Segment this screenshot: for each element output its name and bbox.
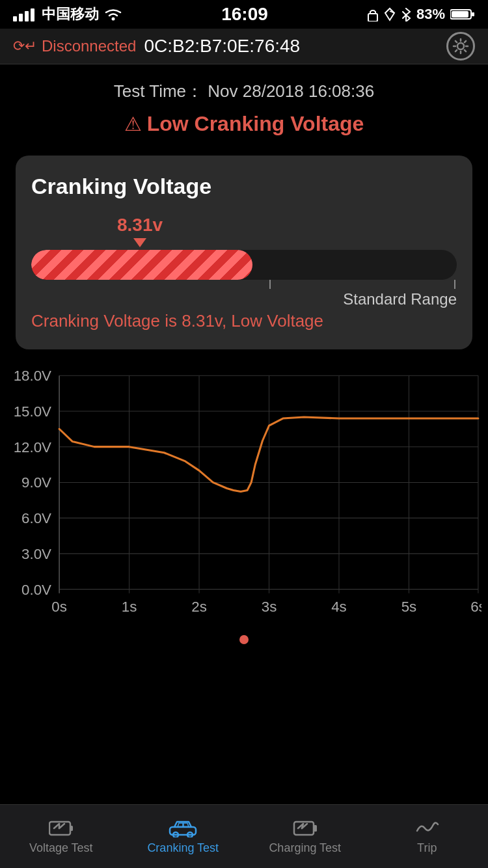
svg-rect-10 xyxy=(7,369,481,619)
cranking-card: Cranking Voltage 8.31v Standard Range Cr… xyxy=(16,156,472,349)
svg-text:9.0V: 9.0V xyxy=(21,474,51,491)
page-indicator xyxy=(0,635,488,644)
alert-row: ⚠ Low Cranking Voltage xyxy=(13,112,475,136)
svg-rect-48 xyxy=(314,825,317,832)
disconnect-icon: ⟳↵ xyxy=(13,38,36,55)
svg-text:6.0V: 6.0V xyxy=(21,510,51,526)
carrier-name: 中国移动 xyxy=(42,5,99,24)
tab-charging-label: Charging Test xyxy=(269,841,341,855)
test-time-row: Test Time： Nov 28/2018 16:08:36 xyxy=(13,80,475,103)
progress-track xyxy=(31,250,457,280)
svg-text:4s: 4s xyxy=(331,599,347,615)
dot-active xyxy=(239,635,249,644)
voltage-status-message: Cranking Voltage is 8.31v, Low Voltage xyxy=(31,311,457,331)
svg-rect-1 xyxy=(19,14,23,21)
svg-rect-8 xyxy=(452,11,468,18)
gear-icon xyxy=(452,38,469,55)
tab-charging-test[interactable]: Charging Test xyxy=(244,805,366,868)
card-title: Cranking Voltage xyxy=(31,174,457,199)
svg-text:3.0V: 3.0V xyxy=(21,546,51,562)
svg-text:3s: 3s xyxy=(262,599,277,615)
lock-icon xyxy=(367,7,379,21)
test-time-value: Nov 28/2018 16:08:36 xyxy=(208,81,374,101)
standard-range-markers: Standard Range xyxy=(31,280,457,299)
progress-area: 8.31v Standard Range xyxy=(31,215,457,299)
signal-icon xyxy=(13,7,36,21)
tick-right xyxy=(454,280,455,289)
svg-rect-40 xyxy=(70,826,73,831)
test-info-section: Test Time： Nov 28/2018 16:08:36 ⚠ Low Cr… xyxy=(0,64,488,156)
svg-text:0s: 0s xyxy=(51,599,67,615)
svg-text:1s: 1s xyxy=(122,599,137,615)
car-tab-icon xyxy=(169,818,197,837)
svg-rect-7 xyxy=(472,12,474,16)
svg-text:15.0V: 15.0V xyxy=(14,403,51,420)
status-bar: 中国移动 16:09 83% xyxy=(0,0,488,29)
wifi-icon xyxy=(104,7,122,21)
svg-rect-2 xyxy=(25,11,29,21)
progress-fill xyxy=(31,250,252,280)
disconnected-label: Disconnected xyxy=(42,37,136,55)
svg-point-4 xyxy=(112,18,115,21)
device-address: 0C:B2:B7:0E:76:48 xyxy=(144,36,300,57)
voltage-label: 8.31v xyxy=(0,215,353,236)
alert-text: Low Cranking Voltage xyxy=(147,112,364,136)
tab-cranking-test[interactable]: Cranking Test xyxy=(122,805,245,868)
tab-trip-label: Trip xyxy=(417,841,437,855)
svg-text:5s: 5s xyxy=(401,599,417,615)
svg-rect-3 xyxy=(31,8,34,21)
tab-voltage-test[interactable]: Voltage Test xyxy=(0,805,122,868)
bluetooth-icon xyxy=(401,7,411,21)
tick-left xyxy=(269,280,271,289)
voltage-arrow xyxy=(133,238,146,247)
trip-tab-icon xyxy=(414,818,439,837)
charging-tab-icon xyxy=(293,818,318,837)
battery-icon xyxy=(450,8,475,21)
battery-percent: 83% xyxy=(416,6,445,23)
tab-voltage-label: Voltage Test xyxy=(29,841,93,855)
app-header: ⟳↵ Disconnected 0C:B2:B7:0E:76:48 xyxy=(0,29,488,64)
svg-text:2s: 2s xyxy=(191,599,207,615)
svg-text:6s: 6s xyxy=(470,599,481,615)
tab-trip[interactable]: Trip xyxy=(366,805,489,868)
tab-bar: Voltage Test Cranking Test Charging Test xyxy=(0,804,488,868)
battery-tab-icon xyxy=(49,818,74,837)
test-time-label: Test Time： xyxy=(114,81,203,101)
status-time: 16:09 xyxy=(221,4,268,25)
svg-rect-0 xyxy=(13,16,17,21)
status-right: 83% xyxy=(367,6,475,23)
svg-rect-5 xyxy=(368,14,377,21)
location-icon xyxy=(384,7,396,21)
settings-button[interactable] xyxy=(446,32,475,61)
svg-text:18.0V: 18.0V xyxy=(14,369,51,384)
voltage-chart: 18.0V 15.0V 12.0V 9.0V 6.0V 3.0V 0.0V 0s… xyxy=(7,369,481,622)
standard-range-label: Standard Range xyxy=(343,290,457,308)
connection-info: ⟳↵ Disconnected 0C:B2:B7:0E:76:48 xyxy=(13,36,446,57)
svg-point-9 xyxy=(457,43,464,49)
alert-icon: ⚠ xyxy=(124,113,142,135)
status-left: 中国移动 xyxy=(13,5,122,24)
chart-svg: 18.0V 15.0V 12.0V 9.0V 6.0V 3.0V 0.0V 0s… xyxy=(7,369,481,619)
svg-text:12.0V: 12.0V xyxy=(14,439,51,455)
tab-cranking-label: Cranking Test xyxy=(147,841,219,855)
svg-text:0.0V: 0.0V xyxy=(21,582,51,598)
